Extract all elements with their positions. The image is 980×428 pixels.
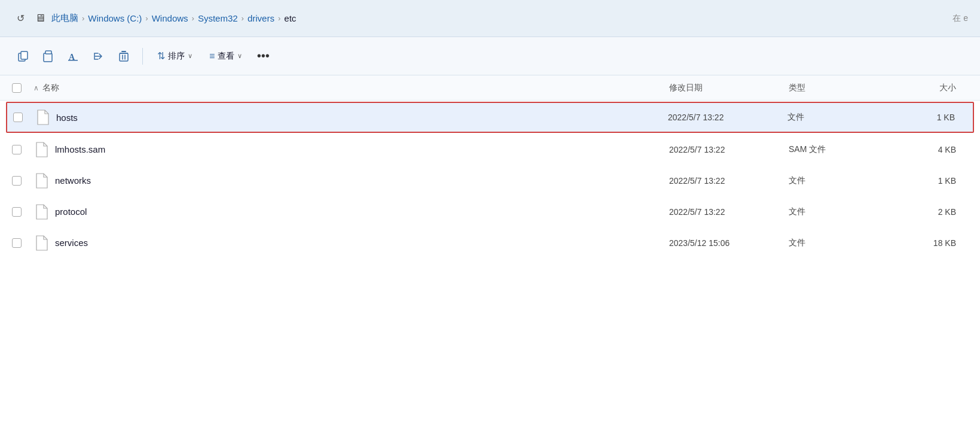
search-hint: 在 e bbox=[952, 13, 968, 24]
delete-button[interactable] bbox=[112, 45, 135, 68]
row-check-col bbox=[12, 207, 33, 217]
view-label: 查看 bbox=[218, 51, 234, 62]
row-checkbox[interactable] bbox=[12, 207, 22, 217]
more-icon: ••• bbox=[257, 49, 270, 63]
breadcrumb-drivers[interactable]: drivers bbox=[248, 13, 274, 23]
sort-label: 排序 bbox=[168, 51, 185, 62]
toolbar: A ⇅ 排序 ∨ ≡ 查看 ∨ ••• bbox=[0, 37, 980, 75]
breadcrumb: 此电脑 › Windows (C:) › Windows › System32 … bbox=[51, 13, 947, 24]
file-date: 2022/5/7 13:22 bbox=[669, 145, 789, 154]
svg-rect-2 bbox=[44, 53, 52, 62]
row-check-col bbox=[12, 145, 33, 154]
file-size: 4 KB bbox=[896, 145, 968, 154]
main-content: ∧ 名称 修改日期 类型 大小 hosts 2022/5/7 bbox=[0, 75, 980, 428]
file-list-header: ∧ 名称 修改日期 类型 大小 bbox=[0, 75, 980, 101]
more-button[interactable]: ••• bbox=[252, 45, 274, 68]
file-date: 2022/5/7 13:22 bbox=[669, 207, 789, 217]
rename-button[interactable]: A bbox=[62, 45, 85, 68]
file-size: 18 KB bbox=[896, 238, 968, 248]
table-row[interactable]: hosts 2022/5/7 13:22 文件 1 KB bbox=[6, 102, 974, 133]
breadcrumb-sep-1: › bbox=[145, 14, 148, 23]
share-button[interactable] bbox=[87, 45, 110, 68]
row-checkbox[interactable] bbox=[12, 145, 22, 154]
table-row[interactable]: services 2023/5/12 15:06 文件 18 KB bbox=[0, 227, 980, 259]
breadcrumb-windows[interactable]: Windows bbox=[152, 13, 188, 23]
file-size: 1 KB bbox=[896, 176, 968, 186]
file-icon bbox=[33, 202, 50, 221]
paste-button[interactable] bbox=[37, 45, 60, 68]
file-icon bbox=[33, 171, 50, 190]
file-name: services bbox=[55, 238, 669, 248]
svg-rect-6 bbox=[120, 53, 128, 61]
view-button[interactable]: ≡ 查看 ∨ bbox=[202, 47, 249, 65]
breadcrumb-etc: etc bbox=[284, 13, 296, 23]
table-row[interactable]: networks 2022/5/7 13:22 文件 1 KB bbox=[0, 165, 980, 196]
header-check-col bbox=[12, 83, 33, 93]
breadcrumb-sep-3: › bbox=[242, 14, 244, 23]
header-date-label: 修改日期 bbox=[669, 83, 703, 92]
file-icon bbox=[35, 108, 51, 127]
row-checkbox[interactable] bbox=[12, 238, 22, 248]
breadcrumb-sep-2: › bbox=[192, 14, 194, 23]
svg-rect-3 bbox=[45, 51, 51, 54]
file-type: SAM 文件 bbox=[789, 144, 896, 155]
file-size: 2 KB bbox=[896, 207, 968, 217]
file-type: 文件 bbox=[789, 207, 896, 217]
file-type: 文件 bbox=[789, 175, 896, 186]
table-row[interactable]: protocol 2022/5/7 13:22 文件 2 KB bbox=[0, 196, 980, 227]
refresh-button[interactable]: ↺ bbox=[12, 10, 29, 27]
sort-button[interactable]: ⇅ 排序 ∨ bbox=[150, 47, 200, 65]
header-size-label: 大小 bbox=[939, 83, 956, 92]
file-type: 文件 bbox=[787, 112, 895, 123]
file-size: 1 KB bbox=[895, 113, 967, 122]
header-name-col: ∧ 名称 bbox=[33, 83, 669, 93]
file-list: hosts 2022/5/7 13:22 文件 1 KB lmhosts.sam… bbox=[0, 101, 980, 428]
header-name-label: 名称 bbox=[42, 83, 59, 93]
computer-icon: 🖥 bbox=[35, 12, 45, 25]
table-row[interactable]: lmhosts.sam 2022/5/7 13:22 SAM 文件 4 KB bbox=[0, 134, 980, 165]
row-check-col bbox=[13, 113, 35, 122]
breadcrumb-c-drive[interactable]: Windows (C:) bbox=[88, 13, 142, 23]
sort-chevron-icon: ∨ bbox=[188, 52, 193, 60]
file-icon bbox=[33, 140, 50, 159]
view-icon: ≡ bbox=[209, 51, 215, 62]
row-checkbox[interactable] bbox=[12, 176, 22, 186]
header-type-label: 类型 bbox=[789, 83, 805, 92]
file-icon bbox=[33, 233, 50, 253]
file-name: networks bbox=[55, 175, 669, 186]
view-chevron-icon: ∨ bbox=[237, 52, 242, 60]
row-checkbox[interactable] bbox=[13, 113, 23, 122]
header-date-col: 修改日期 bbox=[669, 82, 789, 93]
header-size-col: 大小 bbox=[896, 82, 968, 93]
file-name: lmhosts.sam bbox=[55, 144, 669, 154]
file-date: 2023/5/12 15:06 bbox=[669, 238, 789, 248]
breadcrumb-sep-4: › bbox=[278, 14, 280, 23]
breadcrumb-this-pc[interactable]: 此电脑 bbox=[51, 13, 78, 24]
file-name: hosts bbox=[56, 113, 668, 123]
file-date: 2022/5/7 13:22 bbox=[668, 113, 787, 122]
header-type-col: 类型 bbox=[789, 82, 896, 93]
file-date: 2022/5/7 13:22 bbox=[669, 176, 789, 186]
svg-rect-5 bbox=[68, 60, 78, 61]
name-sort-arrow: ∧ bbox=[33, 84, 39, 92]
row-check-col bbox=[12, 238, 33, 248]
breadcrumb-system32[interactable]: System32 bbox=[198, 13, 238, 23]
copy-button[interactable] bbox=[12, 45, 35, 68]
file-name: protocol bbox=[55, 207, 669, 217]
file-type: 文件 bbox=[789, 238, 896, 248]
sort-icon: ⇅ bbox=[157, 50, 165, 62]
toolbar-divider bbox=[142, 48, 143, 65]
address-bar: ↺ 🖥 此电脑 › Windows (C:) › Windows › Syste… bbox=[0, 0, 980, 37]
row-check-col bbox=[12, 176, 33, 186]
breadcrumb-sep-0: › bbox=[82, 14, 84, 23]
svg-rect-1 bbox=[21, 51, 28, 59]
select-all-checkbox[interactable] bbox=[12, 83, 22, 93]
